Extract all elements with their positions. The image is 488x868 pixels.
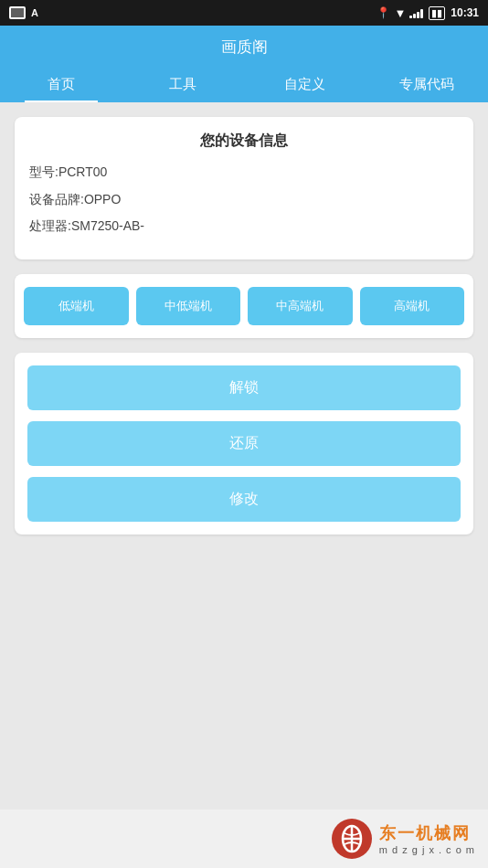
battery-icon: ▮▮ [429,6,445,20]
footer-url: m d z g j x . c o m [379,844,475,855]
device-model: 型号:PCRT00 [29,164,459,182]
device-info-title: 您的设备信息 [29,132,459,151]
location-icon: 📍 [377,6,390,19]
status-bar-left: A [9,6,38,19]
modify-button[interactable]: 修改 [27,477,461,522]
unlock-button[interactable]: 解锁 [27,365,461,410]
wifi-icon: ▼ [394,6,406,20]
app-label: A [31,7,38,18]
device-brand: 设备品牌:OPPO [29,191,459,209]
device-info-card: 您的设备信息 型号:PCRT00 设备品牌:OPPO 处理器:SM7250-AB… [15,117,473,259]
status-bar-right: 📍 ▼ ▮▮ 10:31 [377,6,479,20]
action-buttons-group: 解锁 还原 修改 [15,353,473,535]
footer: 东一机械网 m d z g j x . c o m [0,810,488,868]
tier-buttons-group: 低端机 中低端机 中高端机 高端机 [15,274,473,338]
device-processor: 处理器:SM7250-AB- [29,217,459,236]
app-icon [9,6,26,19]
tier-mid-low-button[interactable]: 中低端机 [136,287,241,325]
tab-bar: 首页 工具 自定义 专属代码 [0,67,488,102]
signal-icon [409,7,423,18]
app-title: 画质阁 [0,37,488,67]
tier-mid-high-button[interactable]: 中高端机 [248,287,353,325]
tab-exclusive-code[interactable]: 专属代码 [366,67,489,102]
tab-tools[interactable]: 工具 [122,67,245,102]
tier-low-button[interactable]: 低端机 [24,287,129,325]
footer-brand-name: 东一机械网 [379,822,475,844]
tier-high-button[interactable]: 高端机 [360,287,465,325]
footer-text: 东一机械网 m d z g j x . c o m [379,822,475,855]
app-bar: 画质阁 首页 工具 自定义 专属代码 [0,26,488,102]
status-time: 10:31 [451,6,479,19]
tab-home[interactable]: 首页 [0,67,122,102]
footer-logo [332,819,372,859]
restore-button[interactable]: 还原 [27,421,461,466]
status-bar: A 📍 ▼ ▮▮ 10:31 [0,0,488,26]
tab-custom[interactable]: 自定义 [244,67,366,102]
main-content: 您的设备信息 型号:PCRT00 设备品牌:OPPO 处理器:SM7250-AB… [0,102,488,868]
